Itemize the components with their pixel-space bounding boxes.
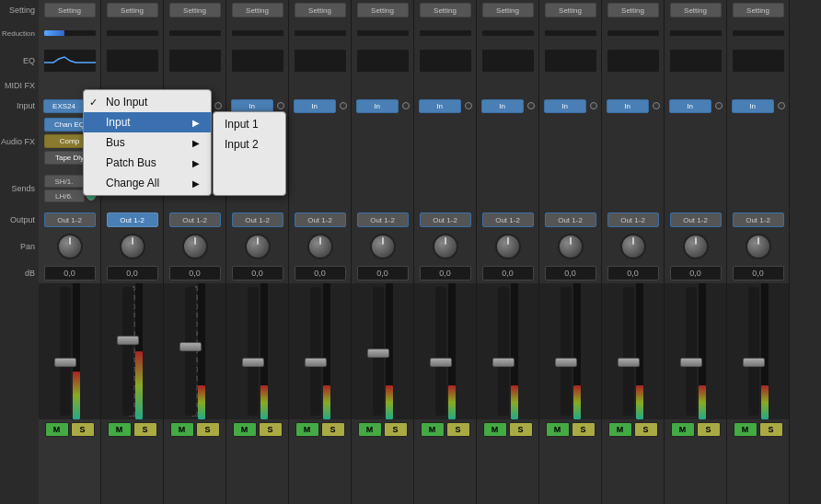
solo-btn-5[interactable]: S [321, 422, 345, 437]
menu-item-bus[interactable]: Bus ▶ [84, 132, 211, 153]
db-display-12[interactable]: 0,0 [733, 266, 784, 281]
solo-btn-7[interactable]: S [446, 422, 470, 437]
db-display-3[interactable]: 0,0 [169, 266, 221, 281]
input-slot-9[interactable]: In [544, 99, 586, 113]
output-slot-10[interactable]: Out 1-2 [607, 212, 659, 227]
input-slot-5[interactable]: In [294, 99, 336, 113]
pan-knob-8[interactable] [495, 234, 521, 259]
input-indicator-11[interactable] [715, 102, 723, 109]
pan-knob-10[interactable] [620, 234, 646, 259]
output-slot-3[interactable]: Out 1-2 [169, 212, 221, 227]
mute-btn-1[interactable]: M [45, 422, 69, 437]
input-indicator-9[interactable] [590, 102, 597, 109]
menu-item-patch-bus[interactable]: Patch Bus ▶ [84, 153, 211, 173]
db-display-10[interactable]: 0,0 [607, 266, 659, 281]
output-slot-9[interactable]: Out 1-2 [545, 212, 596, 227]
menu-item-input[interactable]: Input ▶ [84, 112, 211, 132]
mute-btn-6[interactable]: M [358, 422, 382, 437]
fader-handle-12[interactable] [743, 358, 765, 367]
input-indicator-8[interactable] [527, 102, 535, 109]
setting-btn-9[interactable]: Setting [545, 3, 596, 17]
db-display-11[interactable]: 0,0 [670, 266, 722, 281]
solo-btn-8[interactable]: S [509, 422, 533, 437]
input-slot-7[interactable]: In [419, 99, 461, 113]
output-slot-5[interactable]: Out 1-2 [295, 212, 346, 227]
pan-knob-11[interactable] [683, 234, 709, 259]
input-slot-10[interactable]: In [607, 99, 649, 113]
menu-item-no-input[interactable]: ✓ No Input [84, 92, 211, 112]
mute-btn-11[interactable]: M [671, 422, 695, 437]
mute-btn-2[interactable]: M [108, 422, 132, 437]
db-display-7[interactable]: 0,0 [420, 266, 471, 281]
eq-display-12[interactable] [733, 50, 784, 72]
mute-btn-5[interactable]: M [295, 422, 319, 437]
output-slot-6[interactable]: Out 1-2 [357, 212, 409, 227]
submenu-item-input1[interactable]: Input 1 [214, 114, 285, 134]
fader-handle-6[interactable] [367, 349, 389, 358]
input-slot-8[interactable]: In [481, 99, 524, 113]
db-display-5[interactable]: 0,0 [295, 266, 346, 281]
fader-handle-10[interactable] [618, 358, 640, 367]
eq-display-3[interactable] [169, 50, 221, 72]
send-slot-1-1[interactable]: SH/1. [44, 175, 85, 188]
setting-btn-11[interactable]: Setting [670, 3, 722, 17]
mute-btn-8[interactable]: M [483, 422, 507, 437]
solo-btn-3[interactable]: S [196, 422, 220, 437]
pan-knob-3[interactable] [182, 234, 208, 259]
eq-display-7[interactable] [420, 50, 471, 72]
output-slot-11[interactable]: Out 1-2 [670, 212, 722, 227]
db-display-4[interactable]: 0,0 [232, 266, 283, 281]
menu-item-change-all[interactable]: Change All ▶ [84, 173, 211, 193]
fader-handle-9[interactable] [555, 358, 577, 367]
input-indicator-12[interactable] [778, 102, 785, 109]
eq-display-5[interactable] [295, 50, 346, 72]
input-indicator-6[interactable] [402, 102, 410, 109]
output-slot-1[interactable]: Out 1-2 [44, 212, 96, 227]
setting-btn-4[interactable]: Setting [232, 3, 283, 17]
solo-btn-10[interactable]: S [634, 422, 658, 437]
eq-display-6[interactable] [357, 50, 409, 72]
pan-knob-6[interactable] [370, 234, 396, 259]
output-slot-7[interactable]: Out 1-2 [420, 212, 471, 227]
db-display-9[interactable]: 0,0 [545, 266, 596, 281]
pan-knob-4[interactable] [245, 234, 271, 259]
setting-btn-10[interactable]: Setting [607, 3, 659, 17]
eq-display-10[interactable] [607, 50, 659, 72]
solo-btn-9[interactable]: S [572, 422, 596, 437]
fader-handle-4[interactable] [242, 358, 264, 367]
setting-btn-3[interactable]: Setting [169, 3, 221, 17]
setting-btn-5[interactable]: Setting [295, 3, 346, 17]
fader-handle-5[interactable] [305, 358, 327, 367]
output-slot-8[interactable]: Out 1-2 [482, 212, 534, 227]
setting-btn-7[interactable]: Setting [420, 3, 471, 17]
eq-display-9[interactable] [545, 50, 596, 72]
input-indicator-10[interactable] [653, 102, 660, 109]
input-indicator-5[interactable] [340, 102, 347, 109]
mute-btn-9[interactable]: M [546, 422, 570, 437]
fader-handle-2[interactable] [117, 336, 139, 345]
fader-handle-7[interactable] [430, 358, 452, 367]
input-slot-12[interactable]: In [732, 99, 774, 113]
mute-btn-12[interactable]: M [734, 422, 757, 437]
mute-btn-3[interactable]: M [170, 422, 194, 437]
db-display-2[interactable]: 0,0 [107, 266, 158, 281]
fader-handle-8[interactable] [492, 358, 515, 367]
input-slot-1[interactable]: EXS24 [43, 99, 86, 113]
send-slot-2-1[interactable]: LH/6. [44, 189, 85, 202]
eq-display-2[interactable] [107, 50, 158, 72]
submenu-item-input2[interactable]: Input 2 [214, 134, 285, 155]
setting-btn-1[interactable]: Setting [44, 3, 96, 17]
solo-btn-6[interactable]: S [384, 422, 408, 437]
fader-handle-1[interactable] [54, 358, 76, 367]
setting-btn-6[interactable]: Setting [357, 3, 409, 17]
eq-display-4[interactable] [232, 50, 283, 72]
db-display-1[interactable]: 0,0 [44, 266, 96, 281]
fader-handle-11[interactable] [680, 358, 702, 367]
input-indicator-7[interactable] [465, 102, 472, 109]
solo-btn-12[interactable]: S [759, 422, 783, 437]
setting-btn-12[interactable]: Setting [733, 3, 784, 17]
solo-btn-1[interactable]: S [71, 422, 95, 437]
pan-knob-5[interactable] [307, 234, 333, 259]
input-slot-6[interactable]: In [356, 99, 399, 113]
output-slot-2[interactable]: Out 1-2 [107, 212, 158, 227]
